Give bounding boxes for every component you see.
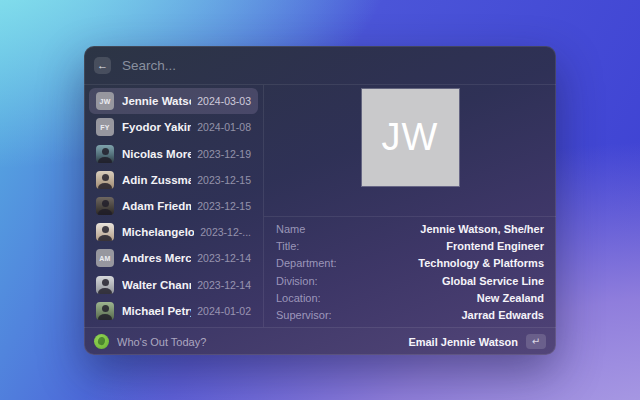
- back-arrow-icon: ←: [97, 60, 108, 71]
- person-name: Jennie Watson: [122, 95, 191, 107]
- person-row[interactable]: Adam Friedman 2023-12-15: [89, 193, 258, 219]
- person-name: Nicolas Moreno: [122, 148, 191, 160]
- person-row[interactable]: Michelangelo Huang... 2023-12-...: [89, 219, 258, 245]
- person-photo-avatar: [96, 223, 114, 241]
- person-name: Andres Mercado: [122, 252, 191, 264]
- extension-name: Who's Out Today?: [117, 336, 408, 348]
- field-row: Location: New Zealand: [276, 289, 544, 306]
- action-bar: Who's Out Today? Email Jennie Watson ↵: [84, 327, 556, 355]
- match-date: 2023-12-14: [197, 252, 251, 264]
- avatar-initials: JW: [100, 98, 111, 105]
- field-label: Title:: [276, 240, 299, 252]
- person-row[interactable]: AM Andres Mercado 2023-12-14: [89, 245, 258, 271]
- profile-avatar: JW: [362, 89, 459, 186]
- window-body: JW Jennie Watson 2024-03-03 FY Fyodor Ya…: [84, 85, 556, 327]
- field-row: Supervisor: Jarrad Edwards: [276, 307, 544, 324]
- person-row[interactable]: JW Jennie Watson 2024-03-03: [89, 88, 258, 114]
- person-photo-avatar: [96, 302, 114, 320]
- person-name: Adam Friedman: [122, 200, 191, 212]
- person-avatar: AM: [96, 249, 114, 267]
- primary-action-button[interactable]: Email Jennie Watson ↵: [408, 334, 546, 349]
- match-date: 2023-12-15: [197, 200, 251, 212]
- enter-key-badge: ↵: [526, 334, 546, 349]
- field-label: Name: [276, 223, 305, 235]
- person-photo-avatar: [96, 276, 114, 294]
- launcher-window: ← JW Jennie Watson 2024-03-03 FY Fyodor …: [84, 46, 556, 355]
- field-row: Title: Frontend Engineer: [276, 237, 544, 254]
- field-label: Location:: [276, 292, 321, 304]
- person-name: Adin Zussman: [122, 174, 191, 186]
- match-date: 2024-01-08: [197, 121, 251, 133]
- person-photo-avatar: [96, 197, 114, 215]
- field-value: Global Service Line: [442, 275, 544, 287]
- field-value: Technology & Platforms: [418, 257, 544, 269]
- field-label: Department:: [276, 257, 337, 269]
- people-list: JW Jennie Watson 2024-03-03 FY Fyodor Ya…: [84, 85, 264, 327]
- field-label: Division:: [276, 275, 318, 287]
- back-button[interactable]: ←: [94, 57, 111, 74]
- field-value: Jarrad Edwards: [461, 309, 544, 321]
- person-name: Fyodor Yakimchouk: [122, 121, 191, 133]
- person-name: Michelangelo Huang...: [122, 226, 194, 238]
- person-row[interactable]: Michael Petry 2024-01-02: [89, 298, 258, 324]
- field-value: New Zealand: [477, 292, 544, 304]
- profile-fields: Name Jennie Watson, She/her Title: Front…: [264, 216, 556, 327]
- person-avatar: FY: [96, 118, 114, 136]
- field-label: Supervisor:: [276, 309, 332, 321]
- field-row: Department: Technology & Platforms: [276, 255, 544, 272]
- person-name: Walter Channell: [122, 279, 191, 291]
- field-value: Jennie Watson, She/her: [420, 223, 544, 235]
- person-name: Michael Petry: [122, 305, 191, 317]
- match-date: 2024-03-03: [197, 95, 251, 107]
- person-row[interactable]: Nicolas Moreno 2023-12-19: [89, 140, 258, 166]
- profile-initials: JW: [382, 116, 439, 159]
- match-date: 2023-12-...: [200, 226, 251, 238]
- search-input[interactable]: [120, 57, 546, 74]
- person-row[interactable]: Adin Zussman 2023-12-15: [89, 167, 258, 193]
- match-date: 2023-12-14: [197, 279, 251, 291]
- match-date: 2023-12-15: [197, 174, 251, 186]
- person-row[interactable]: Walter Channell 2023-12-14: [89, 272, 258, 298]
- match-date: 2023-12-19: [197, 148, 251, 160]
- match-date: 2024-01-02: [197, 305, 251, 317]
- profile-section: JW: [264, 85, 556, 216]
- search-header: ←: [84, 46, 556, 85]
- person-avatar: JW: [96, 92, 114, 110]
- field-value: Frontend Engineer: [446, 240, 544, 252]
- avatar-initials: AM: [99, 255, 110, 262]
- person-photo-avatar: [96, 145, 114, 163]
- primary-action-label: Email Jennie Watson: [408, 336, 518, 348]
- person-photo-avatar: [96, 171, 114, 189]
- person-row[interactable]: FY Fyodor Yakimchouk 2024-01-08: [89, 114, 258, 140]
- field-row: Name Jennie Watson, She/her: [276, 220, 544, 237]
- bamboohr-extension-icon: [94, 334, 109, 349]
- detail-panel: JW Name Jennie Watson, She/her Title: Fr…: [264, 85, 556, 327]
- avatar-initials: FY: [100, 124, 109, 131]
- enter-key-icon: ↵: [532, 337, 540, 347]
- desktop-background: ← JW Jennie Watson 2024-03-03 FY Fyodor …: [0, 0, 640, 400]
- field-row: Division: Global Service Line: [276, 272, 544, 289]
